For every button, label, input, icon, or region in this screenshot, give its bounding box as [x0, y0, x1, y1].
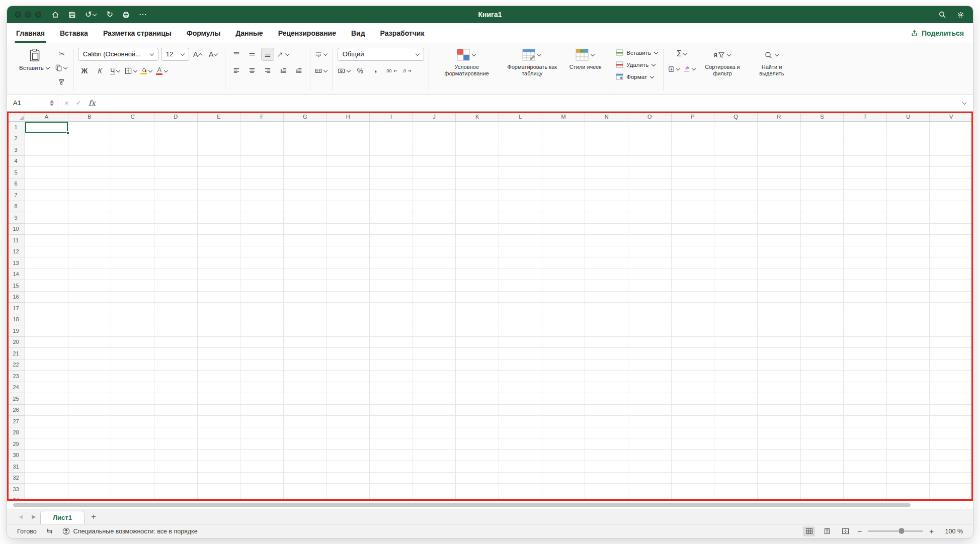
cell-A34[interactable]: [25, 495, 68, 501]
row-header-27[interactable]: 27: [7, 416, 25, 427]
cell-I18[interactable]: [370, 314, 413, 326]
cell-D3[interactable]: [154, 144, 198, 156]
copy-button[interactable]: [55, 61, 68, 74]
cell-L7[interactable]: [499, 190, 542, 201]
cell-P18[interactable]: [672, 314, 715, 326]
cell-A11[interactable]: [25, 235, 68, 246]
cell-K13[interactable]: [456, 257, 499, 269]
cell-F31[interactable]: [240, 461, 284, 473]
cell-R22[interactable]: [758, 359, 801, 371]
cell-T23[interactable]: [844, 371, 887, 382]
cell-C19[interactable]: [111, 325, 154, 337]
cell-F12[interactable]: [240, 246, 284, 258]
cell-P6[interactable]: [672, 178, 715, 190]
cell-T5[interactable]: [844, 167, 887, 178]
cell-N21[interactable]: [585, 348, 628, 359]
cell-V15[interactable]: [930, 280, 973, 292]
cell-H18[interactable]: [326, 314, 370, 326]
cell-A14[interactable]: [25, 269, 68, 281]
cell-K34[interactable]: [456, 495, 499, 501]
cell-I12[interactable]: [370, 246, 413, 258]
cell-R29[interactable]: [758, 438, 801, 450]
cell-O4[interactable]: [628, 156, 672, 167]
cell-K28[interactable]: [456, 427, 499, 439]
cell-G4[interactable]: [284, 156, 327, 167]
cell-U31[interactable]: [887, 461, 930, 473]
cell-C11[interactable]: [111, 235, 154, 246]
cell-D19[interactable]: [154, 325, 198, 337]
cell-O8[interactable]: [628, 201, 672, 213]
cell-S30[interactable]: [801, 450, 844, 462]
cell-P12[interactable]: [672, 246, 715, 258]
minimize-button[interactable]: [25, 12, 31, 18]
cell-Q17[interactable]: [714, 303, 758, 314]
cell-F6[interactable]: [240, 178, 284, 190]
sheet-next-icon[interactable]: ▶: [27, 509, 40, 524]
cell-S13[interactable]: [801, 257, 844, 269]
cell-P15[interactable]: [672, 280, 715, 292]
cell-I20[interactable]: [370, 337, 413, 348]
cell-C20[interactable]: [111, 337, 154, 348]
cell-R11[interactable]: [758, 235, 801, 246]
cell-F30[interactable]: [240, 450, 284, 462]
cell-K15[interactable]: [456, 280, 499, 292]
cell-F5[interactable]: [240, 167, 284, 178]
find-select-dropdown-icon[interactable]: [775, 53, 779, 57]
decrease-decimal-button[interactable]: .0: [400, 64, 414, 77]
row-header-17[interactable]: 17: [7, 303, 25, 314]
cell-I6[interactable]: [370, 178, 413, 190]
cell-J3[interactable]: [413, 144, 456, 156]
cell-J11[interactable]: [413, 235, 456, 246]
cell-G2[interactable]: [284, 133, 327, 145]
cell-Q5[interactable]: [714, 167, 758, 178]
cell-O20[interactable]: [628, 337, 672, 348]
undo-icon[interactable]: ↺: [85, 11, 97, 19]
cell-F20[interactable]: [240, 337, 284, 348]
cell-L12[interactable]: [499, 246, 542, 258]
cell-S34[interactable]: [801, 495, 844, 501]
cell-O6[interactable]: [628, 178, 672, 190]
cell-Q32[interactable]: [714, 473, 758, 484]
horizontal-scrollbar-thumb[interactable]: [13, 503, 911, 507]
cell-B20[interactable]: [68, 337, 112, 348]
cell-B27[interactable]: [68, 416, 112, 427]
cell-D7[interactable]: [154, 190, 198, 201]
cell-E9[interactable]: [198, 212, 241, 224]
cell-V4[interactable]: [930, 156, 973, 167]
cell-T9[interactable]: [844, 212, 887, 224]
zoom-slider-thumb[interactable]: [899, 528, 905, 534]
column-header-I[interactable]: I: [370, 112, 413, 121]
cell-M33[interactable]: [542, 484, 586, 495]
cell-R25[interactable]: [758, 393, 801, 405]
cell-H24[interactable]: [326, 382, 370, 394]
cell-G6[interactable]: [284, 178, 327, 190]
wrap-text-button[interactable]: [315, 48, 328, 61]
percent-button[interactable]: %: [354, 64, 367, 77]
cell-L21[interactable]: [499, 348, 542, 359]
cell-N7[interactable]: [585, 190, 628, 201]
cell-M23[interactable]: [542, 371, 586, 382]
save-icon[interactable]: [68, 11, 76, 19]
cell-O13[interactable]: [628, 257, 672, 269]
cell-E21[interactable]: [198, 348, 241, 359]
cell-M19[interactable]: [542, 325, 586, 337]
cell-F16[interactable]: [240, 292, 284, 303]
cell-N25[interactable]: [585, 393, 628, 405]
comma-button[interactable]: ,: [369, 64, 382, 77]
share-button[interactable]: Поделиться: [911, 23, 964, 43]
cell-K27[interactable]: [456, 416, 499, 427]
cell-P4[interactable]: [672, 156, 715, 167]
cell-N8[interactable]: [585, 201, 628, 213]
cell-E16[interactable]: [198, 292, 241, 303]
cell-K10[interactable]: [456, 224, 499, 235]
row-header-8[interactable]: 8: [7, 201, 25, 213]
cell-U16[interactable]: [887, 292, 930, 303]
column-header-A[interactable]: A: [25, 112, 68, 121]
cell-G26[interactable]: [284, 405, 327, 416]
cell-Q9[interactable]: [714, 212, 758, 224]
cell-M1[interactable]: [542, 122, 586, 133]
cell-F2[interactable]: [240, 133, 284, 145]
cell-S9[interactable]: [801, 212, 844, 224]
cell-M5[interactable]: [542, 167, 586, 178]
cell-J15[interactable]: [413, 280, 456, 292]
